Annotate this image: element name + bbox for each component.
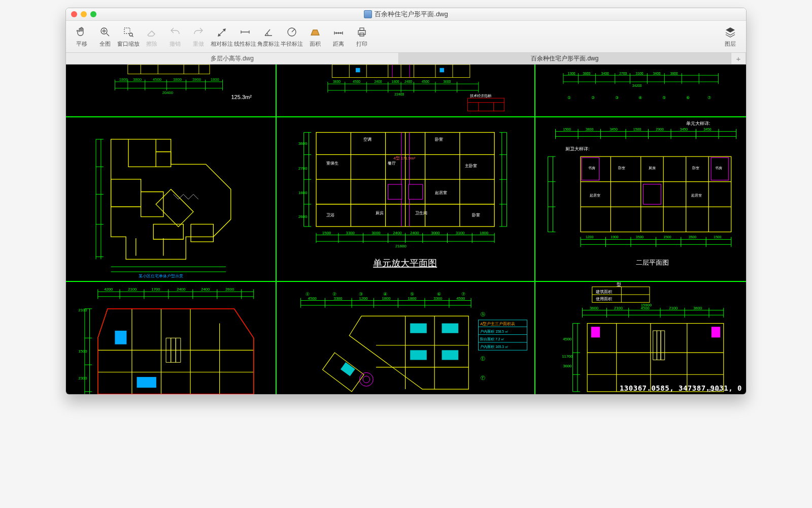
svg-text:书房: 书房 — [715, 166, 722, 170]
undo-button[interactable]: 撤销 — [163, 25, 187, 48]
svg-rect-1 — [124, 28, 130, 34]
svg-point-129 — [360, 373, 374, 387]
svg-text:⑦: ⑦ — [707, 96, 711, 100]
svg-text:3900: 3900 — [192, 77, 201, 82]
svg-rect-7 — [128, 65, 210, 74]
zoom-region-icon — [122, 25, 135, 39]
redo-icon — [192, 25, 205, 39]
plan-cell: ①②③④⑤⑥⑦ 4500 3300 1200 1800 1800 3300 45… — [277, 282, 535, 394]
svg-rect-106 — [115, 331, 126, 344]
dim-linear-button[interactable]: 线性标注 — [233, 25, 257, 48]
svg-text:建筑面积: 建筑面积 — [595, 290, 612, 294]
svg-text:1500: 1500 — [714, 235, 722, 239]
svg-text:起居室: 起居室 — [435, 190, 448, 195]
svg-text:2700: 2700 — [298, 166, 308, 171]
svg-text:3450: 3450 — [680, 128, 688, 131]
zoom-window-button[interactable] — [90, 11, 96, 17]
window-title: 百余种住宅户形平面.dwg — [66, 10, 746, 19]
dim-angle-button[interactable]: 角度标注 — [257, 25, 280, 48]
svg-text:2300: 2300 — [78, 376, 87, 380]
svg-rect-27 — [468, 98, 504, 111]
svg-text:卫生间: 卫生间 — [415, 210, 427, 215]
svg-rect-5 — [360, 28, 364, 30]
svg-text:1500: 1500 — [563, 128, 571, 131]
svg-text:卧室: 卧室 — [435, 137, 444, 142]
window-title-text: 百余种住宅户形平面.dwg — [375, 10, 448, 19]
svg-text:2400: 2400 — [404, 80, 412, 83]
svg-text:1800: 1800 — [211, 77, 219, 82]
plan-cell: 420021001700240024002600 210015002300 — [66, 282, 277, 394]
plan-cell: 空调 卧室 室保生 餐厅 主卧室 起居室 厨房 卫生间 卫浴 卧室 4型 171… — [277, 117, 535, 282]
document-tab[interactable]: 百余种住宅户形平面.dwg — [399, 53, 732, 64]
svg-text:1800: 1800 — [382, 296, 391, 301]
svg-text:3600: 3600 — [444, 80, 451, 83]
svg-point-2 — [129, 33, 132, 36]
svg-text:3800: 3800 — [670, 72, 678, 75]
document-tab[interactable]: 多层小高等.dwg — [66, 53, 399, 64]
pan-button[interactable]: 平移 — [70, 25, 93, 48]
svg-text:3600: 3600 — [298, 141, 308, 146]
svg-text:卫浴: 卫浴 — [326, 213, 334, 217]
svg-text:某小区住宅单体户型示意: 某小区住宅单体户型示意 — [139, 274, 183, 278]
svg-text:3600: 3600 — [333, 80, 341, 83]
dim-angle-icon — [262, 25, 275, 39]
svg-text:1200: 1200 — [359, 296, 368, 301]
svg-text:起居室: 起居室 — [589, 194, 600, 197]
svg-text:3450: 3450 — [703, 128, 712, 131]
svg-text:3600: 3600 — [590, 306, 598, 310]
svg-text:起居室: 起居室 — [691, 194, 701, 197]
svg-rect-4 — [358, 30, 365, 35]
svg-rect-105 — [137, 377, 156, 388]
svg-text:使用面积: 使用面积 — [596, 297, 612, 302]
close-window-button[interactable] — [71, 11, 77, 17]
minimize-window-button[interactable] — [81, 11, 87, 17]
print-button[interactable]: 打印 — [350, 25, 374, 48]
svg-text:2400: 2400 — [411, 230, 420, 235]
svg-text:3800: 3800 — [585, 128, 593, 131]
svg-text:15900: 15900 — [640, 303, 651, 307]
erase-icon — [145, 25, 158, 39]
svg-text:2400: 2400 — [375, 80, 382, 83]
svg-text:3300: 3300 — [434, 296, 443, 301]
distance-button[interactable]: 距离 — [327, 25, 350, 48]
svg-text:3800: 3800 — [583, 72, 590, 75]
svg-text:1600: 1600 — [298, 190, 308, 195]
svg-text:1800: 1800 — [119, 77, 128, 82]
fullview-button[interactable]: 全图 — [93, 25, 117, 48]
svg-text:厨房: 厨房 — [648, 166, 655, 170]
svg-text:4500: 4500 — [353, 80, 360, 83]
svg-text:厨卫大样详:: 厨卫大样详: — [565, 146, 589, 151]
svg-rect-17 — [356, 68, 360, 72]
area-icon — [309, 25, 322, 39]
svg-rect-124 — [411, 324, 427, 333]
svg-text:20400: 20400 — [162, 90, 173, 95]
svg-text:卧室: 卧室 — [692, 166, 699, 170]
redo-button[interactable]: 重做 — [187, 25, 210, 48]
svg-text:A型户主三户面积表: A型户主三户面积表 — [481, 322, 516, 327]
layers-button[interactable]: 图层 — [719, 25, 742, 48]
zoom-window-button-tool[interactable]: 窗口缩放 — [117, 25, 140, 48]
svg-text:3600: 3600 — [693, 306, 702, 310]
drawing-grid: 1800 3800 4500 3800 3900 1800 20400 125.… — [66, 65, 746, 394]
drawing-canvas[interactable]: 1800 3800 4500 3800 3900 1800 20400 125.… — [66, 65, 746, 394]
svg-text:22400: 22400 — [395, 92, 404, 96]
toolbar: 平移 全图 窗口缩放 擦除 撤销 重做 相对标注 线性标注 — [66, 21, 746, 53]
plan-cell: 1800 3800 4500 3800 3900 1800 20400 125.… — [66, 65, 277, 117]
svg-text:2600: 2600 — [298, 214, 308, 219]
svg-rect-149 — [587, 324, 724, 392]
svg-rect-47 — [409, 184, 423, 199]
erase-button[interactable]: 擦除 — [140, 25, 163, 48]
new-tab-button[interactable]: + — [731, 53, 746, 64]
plan-cell: 型 建筑面积 使用面积 3600 2100 4500 2100 3600 159… — [535, 282, 746, 394]
svg-text:2400: 2400 — [177, 288, 185, 292]
area-button[interactable]: 面积 — [303, 25, 327, 48]
dim-radius-button[interactable]: 半径标注 — [280, 25, 303, 48]
svg-text:4型 171.9m²: 4型 171.9m² — [394, 156, 416, 161]
dim-relative-button[interactable]: 相对标注 — [210, 25, 233, 48]
svg-point-130 — [363, 376, 370, 383]
svg-text:4200: 4200 — [104, 288, 113, 292]
plan-cell: 1300 3800 3400 2700 3100 3400 3800 34200… — [535, 65, 746, 117]
svg-text:3000: 3000 — [372, 230, 381, 235]
plan-cell: 某小区住宅单体户型示意 — [66, 117, 277, 282]
svg-text:2100: 2100 — [669, 306, 678, 310]
